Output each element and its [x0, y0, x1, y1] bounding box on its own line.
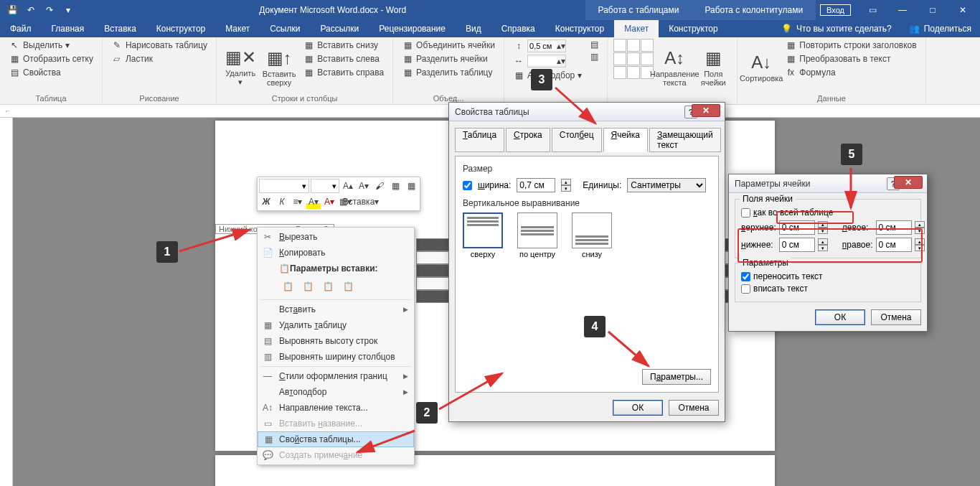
repeat-header-button[interactable]: ▦Повторить строки заголовков: [782, 39, 919, 52]
delete-button[interactable]: ▦✕Удалить▾: [222, 39, 258, 94]
alignment-grid[interactable]: [613, 39, 654, 94]
bottom-margin-input[interactable]: [779, 238, 815, 252]
select-button[interactable]: ↖Выделить▾: [6, 39, 96, 52]
valign-center-option[interactable]: по центру: [517, 212, 557, 258]
right-margin-input[interactable]: [876, 238, 912, 252]
tab-table-design[interactable]: Конструктор: [545, 20, 614, 37]
menu-insert[interactable]: Вставить▶: [258, 302, 414, 317]
text-direction-button[interactable]: A↕Направление текста: [656, 39, 692, 94]
minimize-icon[interactable]: —: [888, 0, 917, 20]
tab-insert[interactable]: Вставка: [94, 20, 146, 37]
tab-view[interactable]: Вид: [456, 20, 491, 37]
insert-left-button[interactable]: ▦Вставить слева: [300, 52, 387, 65]
tab-references[interactable]: Ссылки: [260, 20, 310, 37]
delete-icon[interactable]: ▦: [388, 179, 402, 193]
font-name-combo[interactable]: ▾: [259, 179, 309, 193]
tab-help[interactable]: Справка: [491, 20, 545, 37]
context-tab-header-footer-tools[interactable]: Работа с колонтитулами: [692, 0, 816, 20]
row-height-field[interactable]: ↕▴▾: [510, 39, 585, 53]
split-table-button[interactable]: ▦Разделить таблицу: [399, 66, 498, 79]
qat-customize-icon[interactable]: ▾: [60, 2, 76, 18]
menu-border-styles[interactable]: —Стили оформления границ▶: [258, 368, 414, 384]
spinner[interactable]: ▴▾: [818, 238, 828, 251]
valign-top-option[interactable]: сверху: [463, 212, 503, 258]
share-button[interactable]: 👥Поделиться: [900, 20, 980, 37]
dialog-title-bar[interactable]: Свойства таблицы ? ✕: [449, 103, 725, 121]
align-top-left[interactable]: [613, 39, 626, 52]
grow-font-icon[interactable]: A▴: [341, 179, 355, 193]
insert-below-button[interactable]: ▦Вставить снизу: [300, 39, 387, 52]
align-bot-center[interactable]: [627, 66, 640, 79]
vertical-ruler[interactable]: [0, 118, 13, 486]
align-top-right[interactable]: [641, 39, 654, 52]
top-margin-input[interactable]: [779, 220, 815, 235]
wrap-text-checkbox[interactable]: [741, 272, 750, 281]
merge-cells-button[interactable]: ▦Объединить ячейки: [399, 39, 498, 52]
menu-delete-table[interactable]: ▦Удалить таблицу: [258, 317, 414, 333]
align-top-center[interactable]: [627, 39, 640, 52]
insert-above-button[interactable]: ▦↑Вставить сверху: [261, 39, 297, 94]
tab-home[interactable]: Главная: [42, 20, 95, 37]
distribute-cols-icon[interactable]: ▥: [588, 51, 601, 62]
same-as-table-checkbox[interactable]: [741, 208, 750, 218]
tab-mailings[interactable]: Рассылки: [310, 20, 369, 37]
ok-button[interactable]: ОК: [815, 309, 865, 325]
fit-text-checkbox[interactable]: [741, 284, 750, 294]
tell-me-search[interactable]: 💡Что вы хотите сделать?: [773, 20, 900, 37]
cell-margins-button[interactable]: ▦Поля ячейки: [695, 39, 731, 94]
units-select[interactable]: Сантиметры: [627, 178, 706, 192]
tab-table-layout[interactable]: Макет: [614, 20, 659, 37]
view-gridlines-button[interactable]: ▦Отобразить сетку: [6, 52, 96, 65]
cancel-button[interactable]: Отмена: [871, 309, 921, 325]
paste-picture-icon[interactable]: 📋: [319, 278, 336, 295]
close-icon[interactable]: ✕: [948, 0, 977, 20]
save-icon[interactable]: 💾: [4, 2, 20, 18]
redo-icon[interactable]: ↷: [42, 2, 57, 18]
menu-cut[interactable]: ✂Вырезать: [258, 229, 414, 245]
tab-header-footer-design[interactable]: Конструктор: [659, 20, 727, 37]
spinner[interactable]: ▴▾: [915, 221, 925, 234]
tab-file[interactable]: Файл: [0, 20, 42, 37]
tab-column[interactable]: Столбец: [552, 128, 602, 152]
align-mid-center[interactable]: [627, 52, 640, 65]
dialog-title-bar[interactable]: Параметры ячейки ? ✕: [729, 174, 927, 193]
tab-design[interactable]: Конструктор: [146, 20, 215, 37]
ribbon-display-options-icon[interactable]: ▭: [858, 0, 887, 20]
menu-distribute-cols[interactable]: ▥Выровнять ширину столбцов: [258, 349, 414, 365]
paste-merge-icon[interactable]: 📋: [299, 278, 316, 295]
font-size-combo[interactable]: ▾: [311, 179, 339, 193]
spinner[interactable]: ▴▾: [915, 238, 925, 251]
split-cells-button[interactable]: ▦Разделить ячейки: [399, 52, 498, 65]
ok-button[interactable]: ОК: [613, 400, 663, 416]
col-width-field[interactable]: ↔▴▾: [510, 54, 585, 68]
context-tab-table-tools[interactable]: Работа с таблицами: [585, 0, 692, 20]
properties-button[interactable]: ▤Свойства: [6, 66, 96, 79]
shrink-font-icon[interactable]: A▾: [357, 179, 371, 193]
cancel-button[interactable]: Отмена: [669, 400, 719, 416]
menu-table-properties[interactable]: ▦Свойства таблицы...: [258, 431, 414, 447]
close-icon[interactable]: ✕: [692, 104, 720, 117]
menu-text-direction[interactable]: A↕Направление текста...: [258, 400, 414, 416]
align-mid-right[interactable]: [641, 52, 654, 65]
left-margin-input[interactable]: [876, 220, 912, 235]
login-button[interactable]: Вход: [820, 4, 851, 16]
undo-icon[interactable]: ↶: [23, 2, 39, 18]
insert-icon[interactable]: ▦: [404, 179, 418, 193]
maximize-icon[interactable]: □: [918, 0, 947, 20]
format-painter-icon[interactable]: 🖌: [372, 179, 387, 193]
font-color-icon[interactable]: A▾: [322, 195, 336, 209]
tab-review[interactable]: Рецензирование: [369, 20, 456, 37]
tab-alt-text[interactable]: Замещающий текст: [649, 128, 721, 152]
draw-table-button[interactable]: ✎Нарисовать таблицу: [108, 39, 210, 52]
tab-cell[interactable]: Ячейка: [603, 128, 649, 152]
width-spinner[interactable]: ▴▾: [561, 179, 571, 192]
align-bot-left[interactable]: [613, 66, 626, 79]
insert-right-button[interactable]: ▦Вставить справа: [300, 66, 387, 79]
parameters-button[interactable]: Параметры...: [642, 369, 711, 385]
italic-icon[interactable]: К: [275, 195, 289, 209]
bold-icon[interactable]: Ж: [259, 195, 273, 209]
close-icon[interactable]: ✕: [894, 176, 923, 189]
width-input[interactable]: [517, 178, 555, 192]
eraser-button[interactable]: ▱Ластик: [108, 52, 210, 65]
menu-autofit[interactable]: Автоподбор▶: [258, 384, 414, 400]
